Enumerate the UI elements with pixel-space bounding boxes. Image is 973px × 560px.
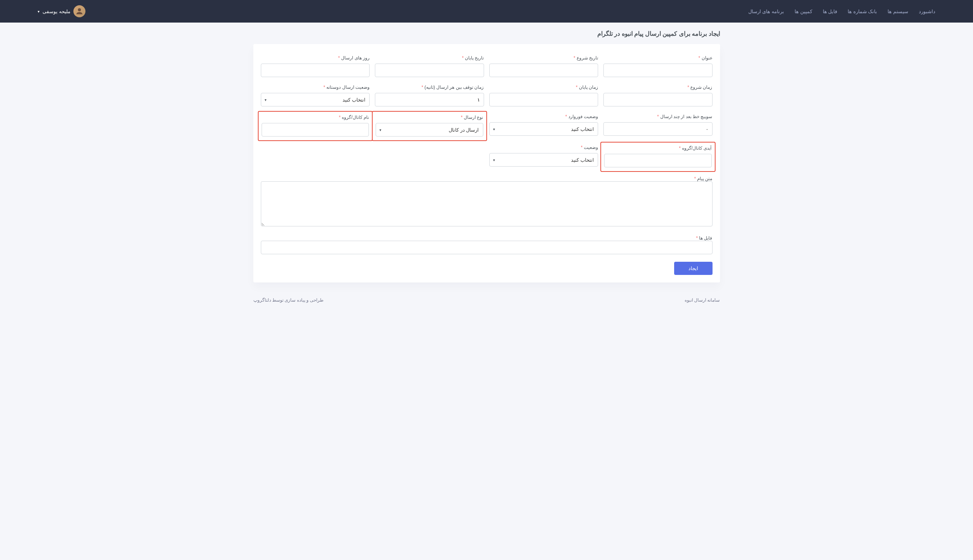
- input-channel-name[interactable]: [262, 123, 369, 137]
- nav-number-bank[interactable]: بانک شماره ها: [848, 8, 877, 14]
- input-start-time[interactable]: [604, 93, 712, 107]
- input-switch-line[interactable]: [604, 122, 712, 136]
- page-title: ایجاد برنامه برای کمپین ارسال پیام انبوه…: [253, 30, 720, 37]
- select-send-type[interactable]: ارسال در کانال: [376, 123, 483, 137]
- label-files: فایل ها *: [696, 235, 712, 241]
- label-message-text: متن پیام *: [694, 176, 712, 181]
- input-end-date[interactable]: [375, 63, 484, 77]
- nav-campaigns[interactable]: کمپین ها: [794, 8, 812, 14]
- nav-systems[interactable]: سیستم ها: [888, 8, 908, 14]
- label-start-date: تاریخ شروع *: [489, 55, 599, 60]
- label-start-time: زمان شروع *: [604, 85, 712, 90]
- field-forward-status: وضعیت فوروارد * انتخاب کنید ▾: [489, 114, 599, 137]
- field-send-type: نوع ارسال * ارسال در کانال ▾: [372, 111, 487, 141]
- input-send-days[interactable]: [261, 63, 370, 77]
- user-name: ملیحه یوسفی: [43, 8, 70, 14]
- label-channel-id: آیدی کانال/گروه *: [604, 145, 712, 151]
- label-switch-line: سوییچ خط بعد از چند ارسال *: [604, 114, 712, 119]
- label-pause-time: زمان توقف بین هر ارسال (ثانیه) *: [375, 85, 484, 90]
- select-forward-status[interactable]: انتخاب کنید: [489, 122, 599, 136]
- label-channel-name: نام کانال/گروه *: [262, 115, 369, 120]
- select-status[interactable]: انتخاب کنید: [489, 153, 599, 167]
- nav-files[interactable]: فایل ها: [823, 8, 838, 14]
- footer-right: سامانه ارسال انبوه: [685, 297, 720, 303]
- field-end-time: زمان پایان *: [489, 85, 599, 107]
- field-pause-time: زمان توقف بین هر ارسال (ثانیه) *: [375, 85, 484, 107]
- label-send-days: روز های ارسال *: [261, 55, 370, 60]
- input-channel-id[interactable]: [604, 154, 712, 167]
- field-status: وضعیت * انتخاب کنید ▾: [489, 145, 599, 168]
- label-send-type: نوع ارسال *: [376, 115, 483, 120]
- submit-button[interactable]: ایجاد: [674, 262, 712, 275]
- label-friendly-status: وضعیت ارسال دوستانه *: [261, 85, 370, 90]
- textarea-message[interactable]: [261, 181, 712, 227]
- label-status: وضعیت *: [489, 145, 599, 150]
- label-title: عنوان *: [604, 55, 712, 60]
- field-switch-line: سوییچ خط بعد از چند ارسال *: [604, 114, 712, 137]
- field-title: عنوان *: [604, 55, 712, 77]
- field-friendly-status: وضعیت ارسال دوستانه * انتخاب کنید ▾: [261, 85, 370, 107]
- svg-point-0: [78, 8, 81, 11]
- footer-left: طراحی و پیاده سازی توسط دلتاگروپ: [253, 297, 324, 303]
- input-start-date[interactable]: [489, 63, 599, 77]
- main-header: داشبورد سیستم ها بانک شماره ها فایل ها ک…: [0, 0, 973, 23]
- field-files: فایل ها *: [261, 235, 712, 254]
- input-title[interactable]: [604, 63, 712, 77]
- footer: سامانه ارسال انبوه طراحی و پیاده سازی تو…: [253, 290, 720, 310]
- field-send-days: روز های ارسال *: [261, 55, 370, 77]
- field-channel-id: آیدی کانال/گروه *: [600, 142, 716, 172]
- field-start-time: زمان شروع *: [604, 85, 712, 107]
- main-nav: داشبورد سیستم ها بانک شماره ها فایل ها ک…: [748, 8, 935, 14]
- input-files[interactable]: [261, 241, 712, 254]
- avatar: [74, 5, 85, 17]
- select-friendly-status[interactable]: انتخاب کنید: [261, 93, 370, 107]
- form-card: عنوان * تاریخ شروع * تاریخ پایان * روز ه…: [253, 44, 720, 282]
- input-pause-time[interactable]: [375, 93, 484, 107]
- input-end-time[interactable]: [489, 93, 599, 107]
- field-message-text: متن پیام *: [261, 176, 712, 228]
- label-forward-status: وضعیت فوروارد *: [489, 114, 599, 119]
- field-channel-name: نام کانال/گروه *: [258, 111, 373, 141]
- field-start-date: تاریخ شروع *: [489, 55, 599, 77]
- label-end-date: تاریخ پایان *: [375, 55, 484, 60]
- nav-dashboard[interactable]: داشبورد: [919, 8, 935, 14]
- label-end-time: زمان پایان *: [489, 85, 599, 90]
- chevron-down-icon: ▾: [38, 9, 40, 13]
- nav-send-programs[interactable]: برنامه های ارسال: [748, 8, 784, 14]
- user-menu[interactable]: ملیحه یوسفی ▾: [38, 5, 85, 17]
- field-end-date: تاریخ پایان *: [375, 55, 484, 77]
